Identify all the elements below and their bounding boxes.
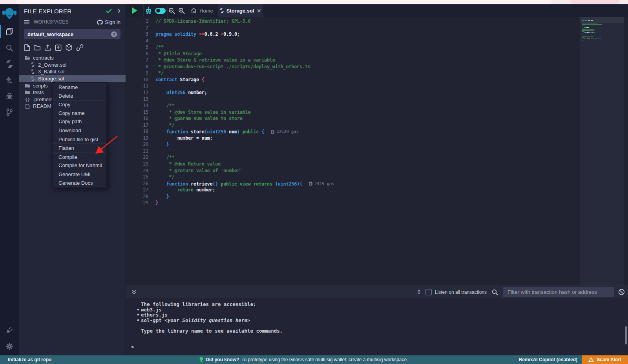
code-line: 21 <box>126 148 570 155</box>
code-line: 7 * @dev Store & retrieve value in a var… <box>126 57 570 64</box>
zoom-out-icon[interactable] <box>168 7 175 14</box>
file-tree-item-storage-sol[interactable]: Storage.sol <box>19 75 126 82</box>
listen-transactions-label: Listen on all transactions <box>435 289 487 295</box>
new-file-icon[interactable] <box>24 44 30 51</box>
warning-icon <box>588 357 594 362</box>
code-line: 12 uint256 number; <box>126 89 570 96</box>
file-tree-item-3-ballot-sol[interactable]: 3_Ballot.sol <box>19 68 126 75</box>
rail-deploy-run[interactable] <box>0 72 19 88</box>
new-folder-icon[interactable] <box>34 45 40 51</box>
code-line: 8 * @custom:dev-run-script ./scripts/dep… <box>126 64 570 70</box>
browser-url-bar-sliver <box>16 0 552 4</box>
check-icon <box>106 9 112 13</box>
tab-home[interactable]: Home <box>186 4 218 17</box>
file-tree-item-contracts[interactable]: contracts <box>19 55 126 62</box>
upload-file-icon[interactable] <box>44 44 51 51</box>
code-line: 14 /** <box>126 102 570 109</box>
code-line: 5/** <box>126 44 570 51</box>
run-script-button[interactable] <box>126 4 144 17</box>
rail-git[interactable] <box>0 104 19 120</box>
code-line: 28 } <box>126 193 570 200</box>
transaction-filter-input[interactable] <box>503 287 614 297</box>
menu-item-publish-file-to-gist[interactable]: Publish file to gist <box>53 135 106 144</box>
close-tab-icon[interactable]: ✕ <box>257 8 261 14</box>
menu-item-generate-docs[interactable]: Generate Docs <box>53 179 106 187</box>
context-menu: RenameDeleteCopyCopy nameCopy pathDownlo… <box>52 82 107 188</box>
terminal-output[interactable]: The following libraries are accessible:•… <box>126 298 628 355</box>
file-tree-item-2-owner-sol[interactable]: 2_Owner.sol <box>19 62 126 69</box>
terminal-line: •web3.js <box>126 307 628 313</box>
ai-copilot-robot-icon[interactable] <box>145 7 152 14</box>
rail-solidity-compiler[interactable] <box>0 56 19 72</box>
menu-item-generate-uml[interactable]: Generate UML <box>53 170 106 179</box>
status-bar: Initialize as git repo Did you know? To … <box>0 355 628 364</box>
code-line: 9 */ <box>126 70 570 76</box>
git-init-button[interactable]: Initialize as git repo <box>0 357 51 362</box>
rail-debugger[interactable] <box>0 88 19 104</box>
rail-file-explorer[interactable] <box>0 24 19 40</box>
code-editor[interactable]: 1// SPDX-License-Identifier: GPL-3.023pr… <box>126 17 628 286</box>
menu-item-download[interactable]: Download <box>53 126 106 135</box>
code-line: 27 return number; <box>126 187 570 193</box>
scam-alert-button[interactable]: Scam Alert <box>582 355 628 364</box>
terminal-line: •ethers.js <box>126 312 628 318</box>
file-name: Storage.sol <box>38 76 64 82</box>
menu-item-compile-for-nahmii[interactable]: Compile for Nahmii <box>53 161 106 170</box>
code-line: 24 * @return value of 'number' <box>126 167 570 174</box>
listen-transactions-checkbox[interactable] <box>425 289 432 295</box>
menu-item-copy[interactable]: Copy <box>53 100 106 109</box>
menu-item-copy-path[interactable]: Copy path <box>53 117 106 126</box>
remix-logo <box>2 7 16 20</box>
hamburger-menu-icon[interactable] <box>24 20 29 24</box>
file-name: tests <box>33 89 44 95</box>
code-line: 1// SPDX-License-Identifier: GPL-3.0 <box>126 18 570 25</box>
folder-icon <box>25 84 30 88</box>
upload-folder-icon[interactable] <box>55 44 62 51</box>
menu-item-flatten[interactable]: Flatten <box>53 144 106 153</box>
terminal-scrollbar[interactable] <box>625 326 627 344</box>
folder-icon <box>25 90 30 95</box>
ai-copilot-toggle[interactable] <box>155 8 166 14</box>
workspace-select-caret-icon <box>111 31 117 37</box>
collapse-terminal-icon[interactable] <box>131 289 137 295</box>
clear-console-icon[interactable] <box>618 289 625 295</box>
solidity-icon <box>30 62 35 67</box>
workspace-select[interactable]: default_workspace <box>24 29 120 39</box>
import-link-icon[interactable] <box>76 44 84 51</box>
menu-item-compile[interactable]: Compile <box>53 153 106 162</box>
menu-item-copy-name[interactable]: Copy name <box>53 109 106 118</box>
rail-settings[interactable] <box>0 338 19 354</box>
solidity-file-icon <box>219 8 224 13</box>
file-icon <box>25 104 30 109</box>
copilot-status[interactable]: RemixAI Copilot (enabled) <box>519 357 577 362</box>
sign-in-button[interactable]: Sign in <box>97 19 120 25</box>
code-line: 11 <box>126 83 570 89</box>
workspaces-label: WORKSPACES <box>34 19 97 25</box>
rail-search[interactable] <box>0 40 19 56</box>
solidity-icon <box>30 69 35 74</box>
transaction-count-badge: 0 <box>418 289 420 295</box>
editor-minimap[interactable] <box>580 17 624 286</box>
menu-item-delete[interactable]: Delete <box>53 92 106 100</box>
terminal-line: > <box>126 344 628 350</box>
icon-rail <box>0 4 19 355</box>
terminal-search-icon[interactable] <box>492 289 498 295</box>
terminal-toolbar: 0 Listen on all transactions <box>126 286 628 298</box>
did-you-know-tip: Did you know? To prototype using the Gno… <box>199 357 408 362</box>
code-line: 20 } <box>126 141 570 148</box>
terminal-line <box>126 339 628 344</box>
rail-plugin-manager[interactable] <box>0 322 19 338</box>
main-area: Home Storage.sol ✕ 1// SPDX-License-Iden… <box>126 4 628 355</box>
browser-top-strip <box>0 0 628 4</box>
browser-tab-sliver <box>570 0 619 4</box>
import-ipfs-icon[interactable] <box>66 44 72 51</box>
code-line: 15 * @dev Store value in variable <box>126 109 570 116</box>
code-line: 17 */ <box>126 122 570 129</box>
chevron-right-icon[interactable] <box>117 9 120 13</box>
menu-item-rename[interactable]: Rename <box>53 83 106 92</box>
home-icon <box>191 8 197 13</box>
zoom-in-icon[interactable] <box>178 7 185 14</box>
code-line: 29} <box>126 200 570 206</box>
tab-storage-sol[interactable]: Storage.sol ✕ <box>218 4 263 17</box>
solidity-icon <box>30 76 35 81</box>
